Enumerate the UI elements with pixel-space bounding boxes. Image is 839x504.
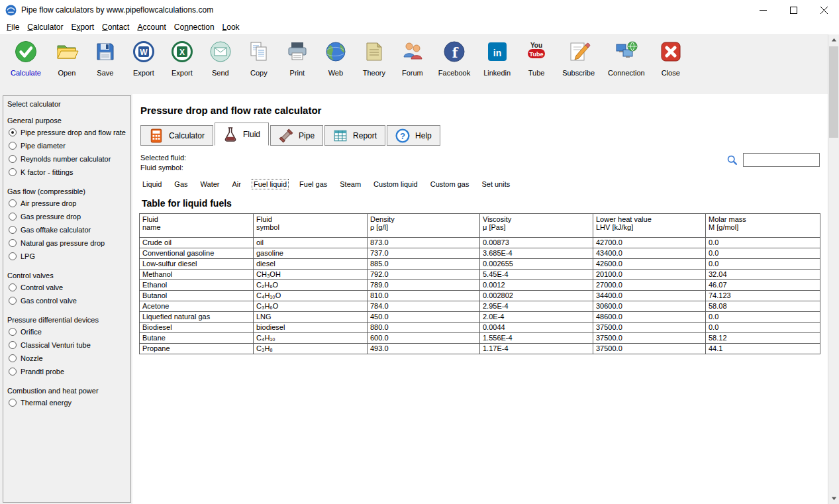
radio-option-pipe-pressure-drop-and-flow-rate[interactable]: Pipe pressure drop and flow rate <box>7 126 126 139</box>
tab-fluid[interactable]: Fluid <box>215 123 269 146</box>
scrollbar-thumb[interactable] <box>829 46 838 138</box>
table-cell: 880.0 <box>368 323 480 333</box>
vertical-scrollbar[interactable] <box>828 34 839 504</box>
radio-option-reynolds-number-calculator[interactable]: Reynolds number calculator <box>7 152 126 166</box>
tab-pipe[interactable]: Pipe <box>270 125 323 146</box>
tab-report[interactable]: Report <box>324 125 385 146</box>
facebook-icon: f <box>442 40 466 64</box>
table-cell: 0.002655 <box>480 259 593 270</box>
toolbar-calculate-button[interactable]: Calculate <box>11 40 41 94</box>
fluid-type-gas[interactable]: Gas <box>172 179 189 189</box>
toolbar-connection-button[interactable]: Connection <box>608 40 645 94</box>
scroll-down-button[interactable] <box>828 493 839 504</box>
fluid-type-set-units[interactable]: Set units <box>479 179 512 189</box>
toolbar-button-label: Copy <box>250 69 268 77</box>
fluid-type-fuel-gas[interactable]: Fuel gas <box>297 179 329 189</box>
radio-option-thermal-energy[interactable]: Thermal energy <box>7 396 126 409</box>
toolbar-save-button[interactable]: Save <box>93 40 118 94</box>
menu-item-connection[interactable]: Connection <box>170 21 219 34</box>
toolbar-button-label: Close <box>662 69 680 77</box>
table-cell: C₂H₆O <box>254 280 368 291</box>
table-row[interactable]: EthanolC₂H₆O789.00.001227000.046.07 <box>140 280 820 291</box>
toolbar-export-button[interactable]: WExport <box>131 40 156 94</box>
menu-item-file[interactable]: File <box>3 21 23 34</box>
fluid-type-fuel-liquid[interactable]: Fuel liquid <box>252 179 289 189</box>
connection-computers-icon <box>615 40 638 64</box>
table-cell: 1.556E-4 <box>480 333 593 344</box>
menu-item-export[interactable]: Export <box>67 21 98 34</box>
fluid-info: Selected fluid: Fluid symbol: <box>140 153 186 173</box>
radio-option-prandtl-probe[interactable]: Prandtl probe <box>7 365 126 378</box>
table-row[interactable]: ButaneC₄H₁₀600.01.556E-437500.058.12 <box>140 333 820 344</box>
table-cell: 810.0 <box>368 291 480 301</box>
toolbar-button-label: Print <box>290 69 305 77</box>
table-cell: 600.0 <box>368 333 480 344</box>
table-row[interactable]: ButanolC₄H₁₀O810.00.00280234400.074.123 <box>140 291 820 301</box>
toolbar-subscribe-button[interactable]: Subscribe <box>562 40 595 94</box>
fluid-type-custom-gas[interactable]: Custom gas <box>428 179 471 189</box>
radio-button-icon <box>9 252 17 260</box>
radio-option-label: Gas control valve <box>21 297 77 305</box>
toolbar-web-button[interactable]: Web <box>323 40 348 94</box>
radio-option-classical-venturi-tube[interactable]: Classical Venturi tube <box>7 338 126 352</box>
menu-item-contact[interactable]: Contact <box>98 21 133 34</box>
radio-option-k-factor-fittings[interactable]: K factor - fittings <box>7 166 126 179</box>
toolbar-forum-button[interactable]: Forum <box>400 40 425 94</box>
fluid-type-liquid[interactable]: Liquid <box>140 179 164 189</box>
table-row[interactable]: Crude oiloil873.00.0087342700.00.0 <box>140 238 820 248</box>
radio-option-gas-pressure-drop[interactable]: Gas pressure drop <box>7 210 126 223</box>
tab-calculator[interactable]: Calculator <box>140 125 213 146</box>
radio-option-nozzle[interactable]: Nozzle <box>7 352 126 365</box>
table-row[interactable]: Liquefied natural gasLNG450.02.0E-448600… <box>140 312 820 323</box>
maximize-button[interactable] <box>778 0 809 20</box>
table-cell: C₃H₈ <box>254 344 368 354</box>
toolbar-linkedin-button[interactable]: inLinkedin <box>483 40 511 94</box>
radio-option-lpg[interactable]: LPG <box>7 250 126 263</box>
table-row[interactable]: Low-sulfur dieseldiesel885.00.0026554260… <box>140 259 820 270</box>
radio-button-icon <box>9 155 17 163</box>
toolbar-button-label: Export <box>172 69 193 77</box>
toolbar-open-button[interactable]: Open <box>54 40 79 94</box>
toolbar-print-button[interactable]: Print <box>285 40 310 94</box>
toolbar-theory-button[interactable]: Theory <box>362 40 387 94</box>
table-row[interactable]: Conventional gasolinegasoline737.03.685E… <box>140 248 820 259</box>
radio-option-orifice[interactable]: Orifice <box>7 325 126 338</box>
fluid-type-custom-liquid[interactable]: Custom liquid <box>371 179 420 189</box>
toolbar-button-label: Connection <box>608 69 645 77</box>
table-row[interactable]: AcetoneC₃H₆O784.02.95E-430600.058.08 <box>140 301 820 312</box>
toolbar-copy-button[interactable]: Copy <box>246 40 271 94</box>
toolbar-button-label: Open <box>58 69 75 77</box>
radio-option-gas-control-valve[interactable]: Gas control valve <box>7 294 126 307</box>
tab-help[interactable]: ?Help <box>387 125 440 146</box>
table-cell: gasoline <box>254 248 368 259</box>
menu-item-look[interactable]: Look <box>219 21 244 34</box>
fluid-type-steam[interactable]: Steam <box>338 179 363 189</box>
search-icon <box>726 154 738 166</box>
close-button[interactable] <box>809 0 839 20</box>
radio-option-pipe-diameter[interactable]: Pipe diameter <box>7 139 126 152</box>
toolbar-send-button[interactable]: Send <box>208 40 233 94</box>
scroll-up-button[interactable] <box>828 34 839 46</box>
toolbar-export-button[interactable]: XExport <box>170 40 195 94</box>
toolbar-tube-button[interactable]: YouTubeTube <box>524 40 549 94</box>
table-cell: C₃H₆O <box>254 301 368 312</box>
radio-option-gas-offtake-calculator[interactable]: Gas offtake calculator <box>7 223 126 236</box>
radio-option-control-valve[interactable]: Control valve <box>7 281 126 294</box>
radio-option-air-pressure-drop[interactable]: Air pressure drop <box>7 197 126 210</box>
radio-button-icon <box>9 399 17 407</box>
radio-button-icon <box>9 328 17 336</box>
scrollbar-track[interactable] <box>828 46 839 493</box>
radio-option-natural-gas-pressure-drop[interactable]: Natural gas pressure drop <box>7 236 126 250</box>
table-row[interactable]: PropaneC₃H₈493.01.17E-437500.044.1 <box>140 344 820 354</box>
menu-item-calculator[interactable]: Calculator <box>23 21 67 34</box>
menu-item-account[interactable]: Account <box>133 21 170 34</box>
table-row[interactable]: Biodieselbiodiesel880.00.004437500.00.0 <box>140 323 820 333</box>
toolbar-close-button[interactable]: Close <box>658 40 683 94</box>
toolbar-facebook-button[interactable]: fFacebook <box>438 40 470 94</box>
minimize-button[interactable] <box>748 0 778 20</box>
fluid-type-air[interactable]: Air <box>230 179 242 189</box>
table-row[interactable]: MethanolCH₃OH792.05.45E-420100.032.04 <box>140 270 820 280</box>
fluid-type-water[interactable]: Water <box>199 179 222 189</box>
search-input[interactable] <box>743 153 820 167</box>
window-controls <box>748 0 839 20</box>
